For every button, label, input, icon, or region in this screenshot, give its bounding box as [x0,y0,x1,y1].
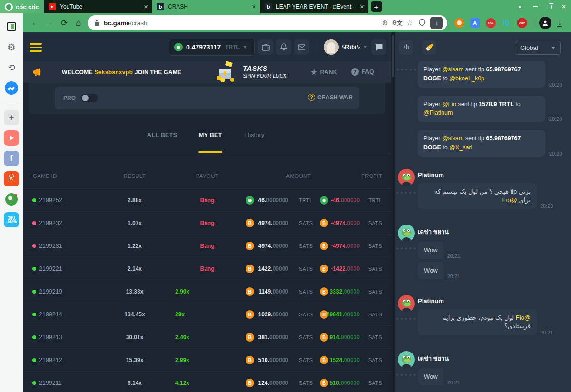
sidebar-item-coccoc-home[interactable] [4,192,19,207]
sidebar-item-history[interactable]: ⟲ [4,60,19,75]
sidebar-item-settings[interactable]: ⚙ [4,39,19,55]
browser-tab[interactable]: bLEAP YEAR EVENT - □Event - ✕ [260,0,368,13]
avatar[interactable] [398,225,415,244]
table-row[interactable]: 21992321.07xBangB4974.00000SATSB-4974.00… [23,212,391,235]
scrollbar-thumb[interactable] [392,35,394,77]
table-row[interactable]: 2199214134.45x29xB1029.00000SATSB29841.0… [23,303,391,326]
screen: cốc cốc ▶YouTube✕bCRASH✕bLEAP YEAR EVENT… [0,0,571,392]
table-row[interactable]: 219921913.33x2.90xB1149.00000SATSB3332.0… [23,280,391,303]
rank-link[interactable]: ★ RANK [311,68,337,77]
forward-icon[interactable]: → [43,18,57,28]
browser-logo[interactable]: cốc cốc [0,0,44,13]
chat-username[interactable]: Platinum [418,297,571,304]
game-id-cell: 2199212 [39,357,62,363]
table-row[interactable]: 21992212.14xBangB1422.00000SATSB-1422.00… [23,257,391,280]
bcgame-favicon-icon: b [157,3,164,10]
restore-button[interactable] [542,0,557,13]
table-row[interactable]: 21992116.14x4.12xB124.000000SATSB510.000… [23,372,391,392]
faq-link[interactable]: ? FAQ [351,68,374,76]
bets-tab-all-bets[interactable]: ALL BETS [139,131,185,138]
wallet-button[interactable] [258,39,273,55]
bets-tab-my-bet[interactable]: MY BET [194,131,226,138]
chat-mention[interactable]: @Platinum [423,109,453,116]
browser-tab[interactable]: ▶YouTube✕ [44,0,152,13]
sidebar-item-shopee[interactable]: S [4,171,19,186]
pro-toggle[interactable] [81,94,98,102]
home-icon[interactable]: ⌂ [71,18,86,28]
sidebar-item-messenger[interactable] [4,80,19,96]
zoom-page-icon[interactable]: ⊕ [379,19,391,27]
tasks-label[interactable]: TASKS SPIN YOUR LUCK [243,64,287,78]
game-id-cell: 2199213 [39,334,62,341]
sidebar-item-add-site[interactable]: + [4,110,19,125]
table-row[interactable]: 219921215.39x2.99xB510.000000SATSB1524.0… [23,349,391,372]
chat-tip-message: ★★★★★Player @sisam sent tip 65.98769767 … [418,61,545,88]
status-dot [32,198,36,202]
tab-close-icon[interactable]: ✕ [360,4,364,10]
rain-tip-button[interactable] [399,40,413,55]
iq-ext-icon[interactable]: IQ [501,18,512,28]
downloads-icon[interactable]: ↓ [557,19,562,27]
avatar[interactable] [398,295,415,314]
close-button[interactable]: ✕ [557,0,571,13]
amount-currency: SATS [299,289,313,294]
bets-tab-history[interactable]: History [239,131,270,138]
user-chevron-down-icon[interactable] [364,46,367,48]
browser-tab[interactable]: bCRASH✕ [152,0,260,13]
notifications-button[interactable] [276,39,291,55]
chat-mention[interactable]: @sisam [442,66,463,73]
fireball-button[interactable]: B [422,40,436,55]
status-dot [32,358,36,362]
chat-mention[interactable]: @Fio [516,314,531,321]
chat-mention[interactable]: @sisam [442,135,463,142]
download-active-button[interactable]: ↓ [430,17,443,29]
message-content: เดช่า ชยานWow20:21Wow20:21 [418,225,571,283]
tab-close-icon[interactable]: ✕ [252,4,256,10]
menu-hamburger-icon[interactable] [30,43,42,54]
pin-sidebar-icon[interactable]: ⇤ [514,0,528,13]
profit-currency: SATS [368,220,382,226]
chat-username[interactable]: เดช่า ชยาน [418,227,571,237]
chat-username[interactable]: Platinum [418,171,571,178]
table-row[interactable]: 219921330.01x2.40xB381.000000SATSB914.00… [23,326,391,349]
bookmark-star-icon[interactable]: ☆ [404,19,416,27]
chat-toggle-button[interactable] [371,39,386,55]
sidebar-item-facebook[interactable]: f [4,151,19,166]
sidebar-item-youtube[interactable] [4,130,19,146]
sidebar-item-tiki[interactable]: TIKI-50% [4,212,19,227]
chat-user-message: ★★★★★Platinum@Fio لول یک نبودم، چطوری بر… [395,295,571,338]
chat-username[interactable]: เดช่า ชยาน [418,353,571,363]
avatar[interactable] [398,351,415,370]
timestamp: 20:21 [447,274,461,279]
chat-mention[interactable]: @bkoeL_k0p [449,75,484,82]
tab-close-icon[interactable]: ✕ [144,4,148,10]
chat-mention[interactable]: @Fio [442,101,456,108]
game-id-cell: 2199231 [39,243,62,249]
crash-war-link[interactable]: ? CRASH WAR [308,94,353,101]
address-bar[interactable]: bc.game/crash ⊕ G文 ☆ ↓ [88,15,447,30]
trtl-coin-icon: ◉ [246,196,254,205]
balance-selector[interactable]: ◉ 0.47973117 TRTL [169,39,255,56]
avatar[interactable] [398,169,415,188]
shield-icon[interactable] [416,19,428,27]
table-row[interactable]: 21992311.22xBangB4974.00000SATSB-4974.00… [23,235,391,257]
abp-ext-icon[interactable]: ABP [517,18,527,28]
sidebar-item-panel-toggle[interactable] [4,19,19,34]
translate-page-icon[interactable]: G文 [391,19,404,27]
yab-ext-icon[interactable]: YAB [485,18,496,28]
table-row[interactable]: 21992522.88xBang◉46.0000000TRTL◉-46.0000… [23,189,391,212]
chat-channel-select[interactable]: Global [515,41,561,55]
messages-button[interactable] [294,39,309,55]
back-icon[interactable]: ← [29,18,43,28]
chat-mention[interactable]: @X_sari [449,144,472,151]
user-avatar[interactable] [324,39,339,55]
coccoc-ext-icon[interactable] [454,18,464,28]
new-tab-button[interactable]: + [371,1,382,12]
chat-mention[interactable]: @Fio [502,196,517,204]
minimize-button[interactable] [528,0,542,13]
reload-icon[interactable]: ⟳ [57,18,71,28]
profile-avatar[interactable] [539,17,551,29]
username[interactable]: ϟRibiϟ [342,43,360,50]
page-scrollbar[interactable] [391,32,395,392]
translate-ext-icon[interactable]: A [470,18,480,28]
